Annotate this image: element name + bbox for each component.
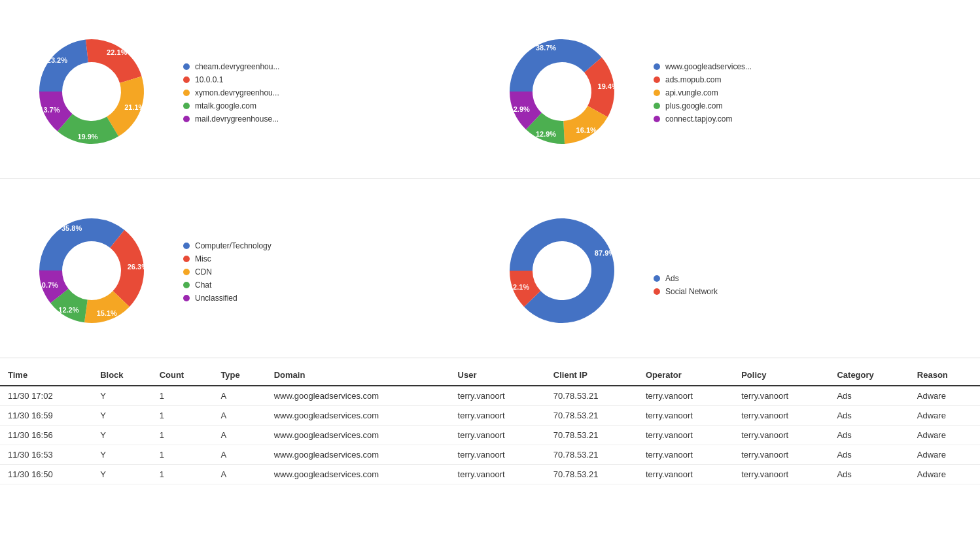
domain-block-chart: 38.7%19.4%16.1%12.9%12.9% (490, 20, 634, 165)
legend-label-2: 10.0.0.1 (195, 75, 223, 84)
legend-item-5: mail.devrygreenhouse... (183, 114, 279, 124)
table-row: 11/30 16:53Y1Awww.googleadservices.comte… (0, 445, 980, 465)
legend-item-3: xymon.devrygreenhou... (183, 88, 279, 97)
svg-text:19.4%: 19.4% (598, 82, 618, 90)
col-user: User (450, 365, 546, 386)
domain-block-wrapper: 38.7%19.4%16.1%12.9%12.9% www.googleadse… (490, 20, 752, 165)
svg-text:22.1%: 22.1% (107, 48, 127, 56)
dashboard: 23.2%22.1%21.1%19.9%13.7% cheam.devrygre… (0, 0, 980, 557)
legend-dot-5 (183, 116, 190, 122)
table-row: 11/30 17:02Y1Awww.googleadservices.comte… (0, 386, 980, 406)
domain-by-request-panel: 23.2%22.1%21.1%19.9%13.7% cheam.devrygre… (20, 13, 490, 165)
col-policy: Policy (733, 365, 829, 386)
cat-req-legend-5: Unclassified (183, 294, 271, 303)
col-clientip: Client IP (546, 365, 638, 386)
svg-text:23.2%: 23.2% (47, 56, 67, 64)
svg-text:13.7%: 13.7% (39, 106, 60, 114)
table-header-row: Time Block Count Type Domain User Client… (0, 365, 980, 386)
svg-text:15.1%: 15.1% (97, 309, 117, 317)
domain-charts-section: 23.2%22.1%21.1%19.9%13.7% cheam.devrygre… (0, 0, 980, 179)
table-body: 11/30 17:02Y1Awww.googleadservices.comte… (0, 386, 980, 484)
block-legend-label-3: api.vungle.com (665, 88, 718, 97)
col-type: Type (213, 365, 266, 386)
category-request-chart: 35.8%26.3%15.1%12.2%10.7% (20, 199, 164, 345)
legend-label-4: mtalk.google.com (195, 101, 256, 110)
legend-label-1: cheam.devrygreenhou... (195, 62, 279, 71)
svg-text:12.1%: 12.1% (509, 283, 529, 291)
legend-label-3: xymon.devrygreenhou... (195, 88, 279, 97)
svg-text:26.3%: 26.3% (128, 263, 148, 271)
svg-text:38.7%: 38.7% (536, 44, 556, 52)
block-legend-label-1: www.googleadservices... (665, 62, 752, 71)
legend-dot-4 (183, 103, 190, 109)
block-legend-dot-1 (654, 63, 660, 70)
block-legend-label-4: plus.google.com (665, 101, 722, 110)
svg-text:21.1%: 21.1% (124, 103, 145, 111)
legend-item-2: 10.0.0.1 (183, 75, 279, 84)
col-time: Time (0, 365, 92, 386)
col-reason: Reason (909, 365, 980, 386)
block-legend-item-1: www.googleadservices... (654, 62, 752, 71)
block-legend-dot-5 (654, 116, 660, 122)
legend-label-5: mail.devrygreenhouse... (195, 114, 279, 124)
svg-text:12.2%: 12.2% (58, 306, 79, 314)
domain-request-legend: cheam.devrygreenhou... 10.0.0.1 xymon.de… (183, 62, 279, 124)
svg-text:10.7%: 10.7% (38, 281, 58, 289)
category-block-chart: 87.9%12.1% (490, 199, 634, 345)
legend-item-4: mtalk.google.com (183, 101, 279, 110)
block-legend-item-5: connect.tapjoy.com (654, 114, 752, 124)
category-by-request-panel: 35.8%26.3%15.1%12.2%10.7% Computer/Techn… (20, 192, 490, 345)
col-count: Count (152, 365, 213, 386)
domain-request-wrapper: 23.2%22.1%21.1%19.9%13.7% cheam.devrygre… (20, 20, 279, 165)
col-domain: Domain (266, 365, 450, 386)
category-by-block-panel: 87.9%12.1% Ads Social Network (490, 192, 960, 345)
log-table-section: Time Block Count Type Domain User Client… (0, 358, 980, 491)
legend-dot-2 (183, 76, 190, 83)
block-legend-dot-3 (654, 90, 660, 96)
col-block: Block (92, 365, 151, 386)
cat-req-legend-3: CDN (183, 267, 271, 277)
cat-req-legend-4: Chat (183, 280, 271, 290)
legend-item-1: cheam.devrygreenhou... (183, 62, 279, 71)
col-category: Category (829, 365, 909, 386)
block-legend-label-5: connect.tapjoy.com (665, 114, 733, 124)
domain-by-block-panel: 38.7%19.4%16.1%12.9%12.9% www.googleadse… (490, 13, 960, 165)
domain-block-legend: www.googleadservices... ads.mopub.com ap… (654, 62, 752, 124)
svg-text:12.9%: 12.9% (510, 105, 530, 113)
block-legend-dot-2 (654, 76, 660, 83)
block-legend-item-2: ads.mopub.com (654, 75, 752, 84)
category-request-wrapper: 35.8%26.3%15.1%12.2%10.7% Computer/Techn… (20, 199, 271, 345)
table-row: 11/30 16:59Y1Awww.googleadservices.comte… (0, 406, 980, 426)
block-legend-item-4: plus.google.com (654, 101, 752, 110)
col-operator: Operator (638, 365, 733, 386)
svg-text:87.9%: 87.9% (595, 249, 615, 257)
legend-dot-1 (183, 63, 190, 70)
cat-req-legend-2: Misc (183, 254, 271, 263)
category-block-legend: Ads Social Network (654, 274, 718, 296)
cat-blk-legend-2: Social Network (654, 287, 718, 296)
svg-text:16.1%: 16.1% (576, 126, 597, 134)
log-table: Time Block Count Type Domain User Client… (0, 365, 980, 484)
svg-text:35.8%: 35.8% (61, 224, 82, 232)
legend-dot-3 (183, 90, 190, 96)
cat-req-legend-1: Computer/Technology (183, 241, 271, 250)
table-row: 11/30 16:56Y1Awww.googleadservices.comte… (0, 426, 980, 445)
block-legend-label-2: ads.mopub.com (665, 75, 721, 84)
svg-text:19.9%: 19.9% (77, 133, 97, 141)
category-request-legend: Computer/Technology Misc CDN Chat (183, 241, 271, 303)
block-legend-item-3: api.vungle.com (654, 88, 752, 97)
category-block-wrapper: 87.9%12.1% Ads Social Network (490, 199, 718, 345)
category-charts-section: 35.8%26.3%15.1%12.2%10.7% Computer/Techn… (0, 179, 980, 358)
cat-blk-legend-1: Ads (654, 274, 718, 283)
block-legend-dot-4 (654, 103, 660, 109)
domain-request-chart: 23.2%22.1%21.1%19.9%13.7% (20, 20, 164, 165)
svg-text:12.9%: 12.9% (536, 130, 556, 138)
table-row: 11/30 16:50Y1Awww.googleadservices.comte… (0, 465, 980, 484)
